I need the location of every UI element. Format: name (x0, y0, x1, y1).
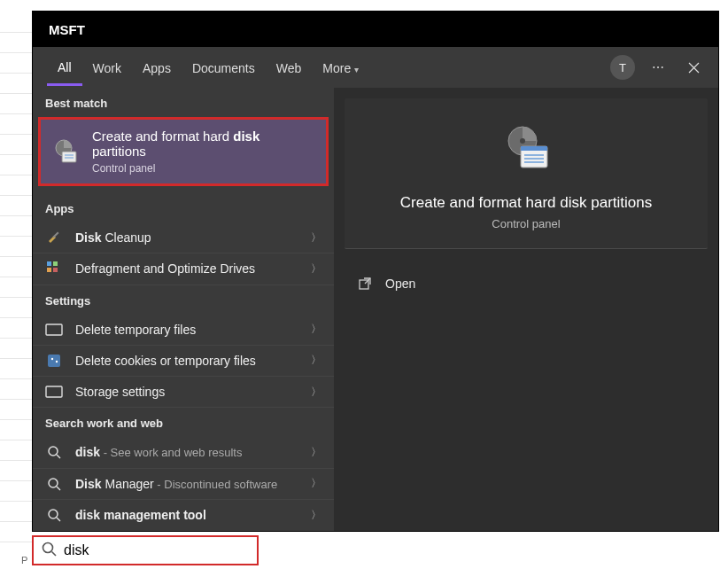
svg-rect-8 (53, 268, 58, 272)
section-best-match: Best match (33, 88, 334, 117)
taskbar-search[interactable] (32, 535, 259, 565)
background-paper (0, 12, 32, 553)
svg-rect-10 (48, 355, 60, 367)
cookie-icon (45, 352, 63, 370)
search-icon (45, 475, 63, 493)
svg-rect-1 (62, 152, 76, 162)
action-open[interactable]: Open (352, 267, 701, 300)
disk-partition-icon-large (498, 121, 554, 178)
setting-delete-cookies[interactable]: Delete cookies or temporary files 〉 (33, 346, 334, 377)
user-avatar[interactable]: T (605, 50, 640, 85)
section-apps: Apps (33, 193, 334, 222)
app-defragment[interactable]: Defragment and Optimize Drives 〉 (33, 253, 334, 284)
avatar-circle: T (610, 55, 635, 80)
best-match-text: Create and format hard disk partitions C… (92, 129, 315, 175)
disk-partition-icon (51, 137, 80, 166)
svg-rect-13 (46, 386, 62, 397)
detail-pane: Create and format hard disk partitions C… (334, 88, 718, 531)
chevron-right-icon: 〉 (311, 261, 321, 277)
web-result-disk-mgmt-tool[interactable]: disk management tool 〉 (33, 500, 334, 531)
svg-point-12 (56, 361, 58, 362)
svg-point-11 (51, 358, 53, 360)
action-label: Open (385, 277, 415, 291)
tab-web[interactable]: Web (266, 51, 313, 84)
detail-title: Create and format hard disk partitions (400, 194, 652, 212)
titlebar: MSFT (33, 12, 718, 47)
search-input[interactable] (64, 542, 250, 558)
svg-point-21 (520, 138, 525, 144)
web-result-disk[interactable]: disk - See work and web results 〉 (33, 437, 334, 468)
stray-letter: P (21, 555, 27, 565)
detail-subtitle: Control panel (492, 217, 560, 230)
svg-rect-5 (47, 261, 51, 266)
svg-rect-9 (46, 324, 62, 335)
section-settings: Settings (33, 285, 334, 315)
tab-work[interactable]: Work (82, 51, 132, 84)
chevron-right-icon: 〉 (311, 353, 321, 368)
chevron-right-icon: 〉 (311, 230, 321, 246)
svg-point-14 (49, 447, 58, 456)
svg-rect-4 (52, 232, 58, 238)
broom-icon (45, 229, 63, 246)
search-icon (45, 506, 63, 524)
open-icon (357, 276, 373, 292)
svg-rect-6 (53, 261, 58, 266)
rect-icon (45, 321, 63, 339)
setting-delete-temp[interactable]: Delete temporary files 〉 (33, 315, 334, 346)
svg-rect-23 (521, 146, 547, 151)
app-disk-cleanup[interactable]: Disk Cleanup 〉 (33, 222, 334, 253)
tab-apps[interactable]: Apps (132, 51, 182, 84)
svg-point-16 (49, 479, 58, 487)
window-title: MSFT (49, 22, 85, 37)
search-icon (45, 443, 63, 461)
close-icon (688, 62, 700, 74)
tab-documents[interactable]: Documents (182, 51, 266, 84)
results-pane: Best match Create and format hard disk p… (33, 88, 334, 531)
svg-rect-7 (47, 268, 51, 272)
svg-line-17 (57, 487, 60, 490)
web-result-disk-manager[interactable]: Disk Manager - Discontinued software 〉 (33, 469, 334, 500)
defrag-icon (45, 260, 63, 277)
chevron-right-icon: 〉 (311, 445, 321, 460)
more-options-button[interactable]: ⋯ (640, 50, 676, 85)
svg-point-18 (49, 510, 58, 518)
search-window: MSFT All Work Apps Documents Web More T … (32, 11, 719, 532)
chevron-right-icon: 〉 (311, 508, 321, 523)
detail-card: Create and format hard disk partitions C… (345, 98, 708, 249)
rect-icon (45, 383, 63, 401)
chevron-right-icon: 〉 (311, 476, 321, 491)
chevron-right-icon: 〉 (311, 322, 321, 337)
setting-storage[interactable]: Storage settings 〉 (33, 377, 334, 408)
svg-line-29 (52, 552, 57, 557)
tab-all[interactable]: All (47, 50, 82, 86)
close-button[interactable] (676, 50, 711, 85)
detail-actions: Open (345, 263, 708, 304)
svg-line-15 (57, 455, 60, 458)
ellipsis-icon: ⋯ (652, 60, 664, 74)
chevron-right-icon: 〉 (311, 385, 321, 400)
filter-tabs: All Work Apps Documents Web More T ⋯ (33, 47, 718, 88)
svg-point-28 (43, 543, 53, 553)
best-match-result[interactable]: Create and format hard disk partitions C… (38, 117, 329, 186)
section-search-work-web: Search work and web (33, 408, 334, 437)
search-icon (41, 541, 57, 560)
tab-more[interactable]: More (312, 51, 369, 84)
svg-line-19 (57, 518, 60, 521)
